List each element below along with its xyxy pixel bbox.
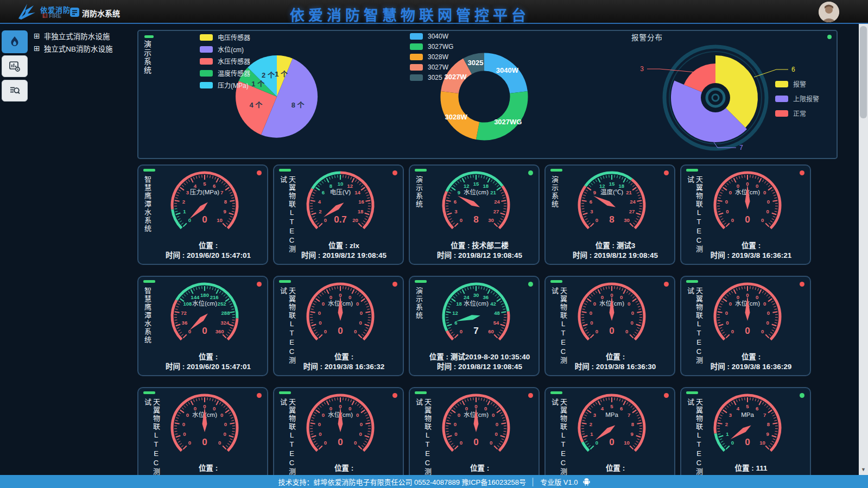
legend-item[interactable]: 3027W <box>410 64 453 71</box>
status-dot-red <box>257 393 262 398</box>
scrollbar-down-arrow[interactable]: ▼ <box>859 465 868 474</box>
legend-item[interactable]: 3028W <box>410 53 453 61</box>
device-card-4[interactable]: 演示系统036912151821242730温度(℃)8位置 : 测试3时间 :… <box>544 164 675 265</box>
gauge-tick-label: 0 <box>360 310 363 316</box>
expand-icon[interactable]: ⊞ <box>34 31 40 40</box>
donut-segment-3028W[interactable] <box>449 92 478 131</box>
device-card-5[interactable]: 天翼物联LTEC测试00000000000水位(cm)0位置 : 时间 : 20… <box>680 164 811 265</box>
device-card-12[interactable]: 天翼物联LTEC测试00000000000水位(cm)0位置 : <box>273 387 404 487</box>
legend-item[interactable]: 温度传感器 <box>200 68 250 78</box>
legend-item[interactable]: 压力(MPa) <box>200 80 250 90</box>
legend-chip <box>200 58 213 65</box>
gauge-tick-label: 12 <box>464 183 470 189</box>
sidebar-item-monitor[interactable] <box>2 55 28 77</box>
gauge-tick-label: 18 <box>358 208 364 214</box>
panel-status-dot <box>827 35 832 39</box>
gauge-tick-label: 144 <box>191 294 200 300</box>
gauge-tick-label: 0 <box>490 440 492 446</box>
footer-version: 专业版 V1.0 <box>540 477 578 487</box>
status-dot-green <box>528 170 533 175</box>
sidebar-item-fire[interactable] <box>2 30 28 53</box>
gauge-tick-label: 0 <box>625 328 628 334</box>
gauge-tick-label: 0 <box>492 412 495 418</box>
gauge-value: 0 <box>338 437 343 447</box>
vertical-scrollbar[interactable]: ▼ <box>859 24 868 475</box>
gauge-tick-label: 0 <box>322 301 325 307</box>
legend-item[interactable]: 水位(cm) <box>200 45 250 54</box>
gauge-tick-label: 6 <box>322 189 325 195</box>
gauge-tick-label: 16 <box>358 199 364 205</box>
card-location: 位置 : <box>423 462 536 473</box>
gauge-tick-label: 0 <box>725 310 728 316</box>
gauge-tick-label: 0 <box>756 294 758 300</box>
panel-system-label: 演示系统 <box>142 40 153 75</box>
device-card-6[interactable]: 智慧鹰潭水系统03672108144180216252288324360水位(c… <box>137 276 268 376</box>
gauge-title: MPa <box>741 411 754 418</box>
gauge-tick-label: 4 <box>318 199 321 205</box>
gauge-value: 7 <box>473 326 478 336</box>
device-card-1[interactable]: 智慧鹰潭水系统012345678910压力(MPa)0位置 : 时间 : 201… <box>137 164 268 265</box>
gauge-tick-label: 0 <box>319 431 321 437</box>
legend-chip <box>200 82 213 88</box>
device-card-7[interactable]: 天翼物联LTEC测试00000000000水位(cm)0位置 : 时间 : 20… <box>273 276 404 376</box>
device-card-10[interactable]: 天翼物联LTEC测试00000000000水位(cm)0位置 : 时间 : 20… <box>680 276 811 376</box>
status-dot-red <box>664 393 669 398</box>
legend-item[interactable]: 3040W <box>410 33 453 40</box>
device-card-3[interactable]: 演示系统036912151821242730水位(cm)8位置 : 技术部二楼时… <box>409 164 540 265</box>
gauge: 036912151821242730温度(℃)8 <box>560 168 664 240</box>
legend-item[interactable]: 正常 <box>775 109 819 118</box>
gauge: 036912151821242730水位(cm)8 <box>424 168 528 240</box>
gauge-title: 水位(cm) <box>464 188 489 195</box>
device-card-14[interactable]: 天翼物联LTEC测试012345678910MPa0位置 : <box>544 387 675 487</box>
expand-icon[interactable]: ⊞ <box>34 44 40 53</box>
legend-label: 3027W <box>428 64 448 71</box>
water-system-icon <box>69 7 80 17</box>
legend-item[interactable]: 3025 <box>410 74 453 81</box>
device-card-2[interactable]: 天翼物联LTEC测试02468101214161820电压(V)0.7位置 : … <box>273 164 404 265</box>
card-location: 位置 : 测试2019-8-20 10:35:40 <box>423 351 536 362</box>
gauge-tick-label: 12 <box>347 183 353 189</box>
legend-chip <box>200 46 213 53</box>
gauge: 00000000000水位(cm)0 <box>288 280 392 351</box>
gauge-tick-label: 4 <box>194 183 197 189</box>
gauge-tick-label: 0 <box>460 440 462 446</box>
gauge-tick-label: 7 <box>763 412 766 418</box>
device-card-9[interactable]: 天翼物联LTEC测试00000000000水位(cm)0位置 : 时间 : 20… <box>544 276 675 376</box>
gauge: 012345678910压力(MPa)0 <box>153 168 257 240</box>
card-system-label: 智慧鹰潭水系统 <box>143 287 151 344</box>
user-avatar[interactable] <box>819 2 839 22</box>
gauge-title: 电压(V) <box>330 189 351 195</box>
legend-item[interactable]: 水压传感器 <box>200 56 250 66</box>
gauge: 012345678910MPa0 <box>695 391 800 462</box>
legend-item[interactable]: 报警 <box>775 79 819 88</box>
legend-item[interactable]: 电压传感器 <box>200 33 250 42</box>
gauge-tick-label: 324 <box>220 320 230 326</box>
avatar-image <box>819 2 839 22</box>
gauge-tick-label: 6 <box>756 405 758 411</box>
gauge-tick-label: 0 <box>729 301 732 307</box>
footer-support-text: 技术支持：蚌埠依爱消防电子有限责任公司 0552-4087889 豫ICP备16… <box>278 477 526 487</box>
tree-item-1[interactable]: ⊞非独立式消防水设施 <box>34 30 110 41</box>
gauge-tick-label: 6 <box>454 199 457 205</box>
gauge-tick-label: 0 <box>601 294 604 300</box>
device-card-15[interactable]: 天翼物联LTEC测试012345678910MPa0位置 : 111 <box>680 387 811 487</box>
legend-item[interactable]: 上限报警 <box>775 94 819 103</box>
legend-chip <box>775 81 788 87</box>
scrollbar-thumb[interactable] <box>860 26 867 118</box>
tree-item-2[interactable]: ⊞独立式NB消防水设施 <box>34 43 113 54</box>
device-card-11[interactable]: 天翼物联LTEC测试00000000000水位(cm)0位置 : <box>137 387 268 487</box>
device-card-8[interactable]: 演示系统06121824303642485460水位(cm)7位置 : 测试20… <box>409 276 540 376</box>
gauge-tick-label: 0 <box>356 301 359 307</box>
gauge-tick-label: 0 <box>349 294 351 300</box>
gauge-tick-label: 7 <box>628 412 630 418</box>
legend-item[interactable]: 3027WG <box>410 43 453 50</box>
device-card-13[interactable]: 天翼物联LTEC测试00000000000水位(cm)0位置 : <box>409 387 540 487</box>
card-location: 位置 : <box>287 462 401 473</box>
gauge-tick-label: 0 <box>186 412 189 418</box>
gauge-tick-label: 9 <box>630 431 633 437</box>
gauge-tick-label: 3 <box>729 412 732 418</box>
gauge-tick-label: 0 <box>188 440 191 446</box>
legend-label: 3025 <box>428 74 442 81</box>
gauge-needle <box>610 296 614 321</box>
sidebar-item-query[interactable] <box>2 80 28 102</box>
